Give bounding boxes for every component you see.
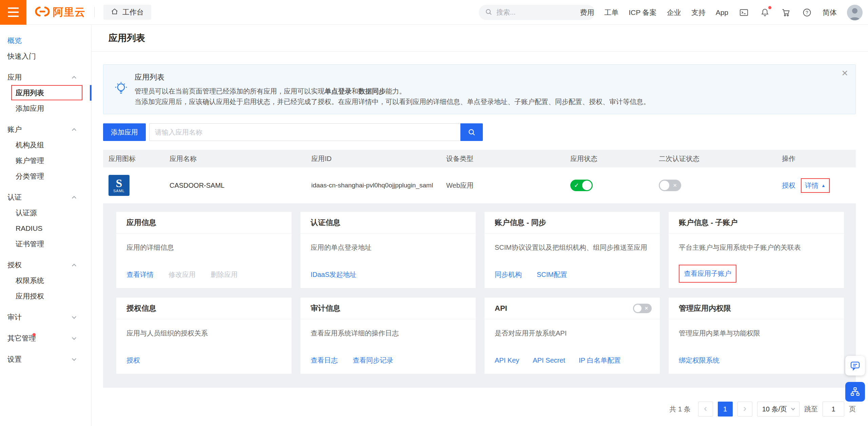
- app-search-input[interactable]: [149, 123, 460, 141]
- cart-icon[interactable]: [781, 7, 791, 18]
- search-button[interactable]: [460, 123, 483, 141]
- check-icon: ✓: [574, 180, 579, 191]
- card-desc: 查看应用系统详细的操作日志: [300, 319, 476, 338]
- sidebar-item-add-app[interactable]: 添加应用: [0, 101, 91, 116]
- sidebar: 概览 快速入门 应用 应用列表 添加应用 账户 机构及组 账户管理 分类管理 认…: [0, 25, 92, 426]
- sidebar-item-label: 概览: [7, 36, 22, 45]
- language-switch[interactable]: 简体: [823, 8, 837, 17]
- sidebar-section-authn[interactable]: 认证: [0, 189, 91, 205]
- total-count: 共 1 条: [669, 405, 690, 414]
- app-status-toggle[interactable]: ✓: [570, 180, 593, 191]
- console-icon[interactable]: [738, 7, 749, 18]
- view-sub-accounts-link[interactable]: 查看应用子账户: [684, 270, 731, 277]
- global-search[interactable]: [479, 5, 595, 20]
- detail-link[interactable]: 详情: [805, 181, 818, 190]
- card-app-info: 应用信息 应用的详细信息 查看详情 修改应用 删除应用: [116, 212, 292, 288]
- sidebar-item-label: 机构及组: [16, 140, 44, 150]
- col-header-status: 应用状态: [570, 154, 659, 163]
- org-switch-button[interactable]: [845, 382, 865, 402]
- next-page-button[interactable]: ›: [737, 402, 752, 417]
- sidebar-item-cert-mgmt[interactable]: 证书管理: [0, 236, 91, 252]
- sidebar-item-label: RADIUS: [16, 224, 42, 232]
- sidebar-item-app-list[interactable]: 应用列表: [0, 85, 91, 101]
- view-sync-records-link[interactable]: 查看同步记录: [353, 356, 393, 365]
- sidebar-section-settings[interactable]: 设置: [0, 351, 91, 367]
- sync-org-link[interactable]: 同步机构: [495, 270, 522, 279]
- jump-page-input[interactable]: [823, 402, 844, 417]
- toggle-knob: [634, 305, 642, 312]
- notification-bell-icon[interactable]: [760, 7, 770, 18]
- search-icon: [485, 8, 492, 17]
- nav-item-billing[interactable]: 费用: [580, 8, 594, 17]
- user-avatar[interactable]: [847, 5, 863, 20]
- banner-bold-sync: 数据同步: [358, 87, 386, 95]
- sidebar-section-accounts[interactable]: 账户: [0, 122, 91, 137]
- view-detail-link[interactable]: 查看详情: [126, 270, 154, 279]
- sidebar-item-quickstart[interactable]: 快速入门: [0, 48, 91, 64]
- banner-title: 应用列表: [135, 72, 832, 82]
- api-secret-link[interactable]: API Secret: [533, 357, 565, 364]
- banner-line-1: 管理员可以在当前页面管理已经添加的所有应用，应用可以实现单点登录和数据同步能力。: [135, 86, 832, 97]
- api-key-link[interactable]: API Key: [495, 357, 519, 364]
- sidebar-item-idp-source[interactable]: 认证源: [0, 205, 91, 221]
- bind-permission-system-link[interactable]: 绑定权限系统: [679, 356, 719, 365]
- sidebar-item-permission-system[interactable]: 权限系统: [0, 273, 91, 288]
- info-banner: 应用列表 管理员可以在当前页面管理已经添加的所有应用，应用可以实现单点登录和数据…: [103, 64, 856, 114]
- ip-whitelist-link[interactable]: IP 白名单配置: [579, 356, 621, 365]
- hamburger-menu-icon[interactable]: [0, 0, 26, 25]
- toolbar: 添加应用: [103, 123, 856, 141]
- sidebar-item-label: 认证源: [16, 208, 37, 218]
- global-search-input[interactable]: [496, 8, 587, 17]
- sidebar-item-category-mgmt[interactable]: 分类管理: [0, 168, 91, 184]
- aliyun-logo[interactable]: 阿里云: [35, 5, 85, 19]
- sidebar-item-org-groups[interactable]: 机构及组: [0, 137, 91, 153]
- chevron-up-icon: [72, 264, 76, 268]
- page-size-select[interactable]: 10 条/页: [757, 402, 800, 417]
- sidebar-item-app-authorization[interactable]: 应用授权: [0, 288, 91, 304]
- idaas-sso-url-link[interactable]: IDaaS发起地址: [311, 270, 357, 279]
- scim-config-link[interactable]: SCIM配置: [537, 270, 567, 279]
- col-header-actions: 操作: [782, 154, 856, 163]
- sidebar-section-authz[interactable]: 授权: [0, 257, 91, 273]
- caret-up-icon: ▲: [821, 183, 826, 188]
- feedback-chat-button[interactable]: [845, 356, 865, 376]
- nav-item-icp[interactable]: ICP 备案: [629, 8, 656, 17]
- sidebar-section-audit[interactable]: 审计: [0, 309, 91, 325]
- authorize-link[interactable]: 授权: [782, 181, 795, 190]
- add-app-button[interactable]: 添加应用: [103, 123, 146, 141]
- chat-icon: [850, 360, 861, 371]
- sidebar-item-account-mgmt[interactable]: 账户管理: [0, 153, 91, 168]
- sidebar-item-label: 应用授权: [16, 291, 44, 301]
- prev-page-button[interactable]: ‹: [698, 402, 713, 417]
- card-account-sync: 账户信息 - 同步 SCIM协议设置以及把组织机构、组同步推送至应用 同步机构 …: [485, 212, 660, 288]
- close-icon[interactable]: ×: [842, 67, 848, 78]
- card-title: 认证信息: [311, 218, 340, 228]
- sidebar-item-overview[interactable]: 概览: [0, 33, 91, 48]
- api-toggle[interactable]: ×: [633, 304, 652, 313]
- saml-icon-label: SAML: [113, 189, 125, 193]
- sidebar-section-other-mgmt[interactable]: 其它管理: [0, 330, 91, 346]
- nav-item-tickets[interactable]: 工单: [604, 8, 618, 17]
- card-in-app-permissions: 管理应用内权限 管理应用内菜单与功能权限 绑定权限系统: [669, 298, 844, 374]
- app-id: idaas-cn-shanghai-pvl0hq0ojjpplugin_saml: [311, 182, 446, 189]
- sidebar-section-label: 应用: [7, 73, 22, 82]
- workbench-button[interactable]: 工作台: [103, 5, 151, 20]
- sidebar-item-radius[interactable]: RADIUS: [0, 221, 91, 236]
- sidebar-section-apps[interactable]: 应用: [0, 69, 91, 85]
- nav-item-support[interactable]: 支持: [691, 8, 706, 17]
- current-page-button[interactable]: 1: [718, 402, 733, 417]
- app-table: 应用图标 应用名称 应用ID 设备类型 应用状态 二次认证状态 操作 S SAM…: [103, 150, 856, 203]
- card-sub-accounts: 账户信息 - 子账户 平台主账户与应用系统中子账户的关联表 查看应用子账户: [669, 212, 844, 288]
- banner-text: 和: [352, 87, 358, 95]
- help-icon[interactable]: ?: [802, 7, 812, 18]
- chevron-up-icon: [72, 128, 76, 133]
- view-logs-link[interactable]: 查看日志: [311, 356, 338, 365]
- home-icon: [111, 8, 118, 17]
- nav-item-app[interactable]: App: [716, 8, 728, 17]
- authorize-card-link[interactable]: 授权: [126, 356, 140, 365]
- nav-right-cluster: 费用 工单 ICP 备案 企业 支持 App ?: [580, 0, 863, 25]
- nav-item-enterprise[interactable]: 企业: [667, 8, 681, 17]
- mfa-status-toggle[interactable]: ×: [659, 180, 681, 191]
- notification-dot: [33, 333, 36, 336]
- col-header-appid: 应用ID: [311, 154, 446, 163]
